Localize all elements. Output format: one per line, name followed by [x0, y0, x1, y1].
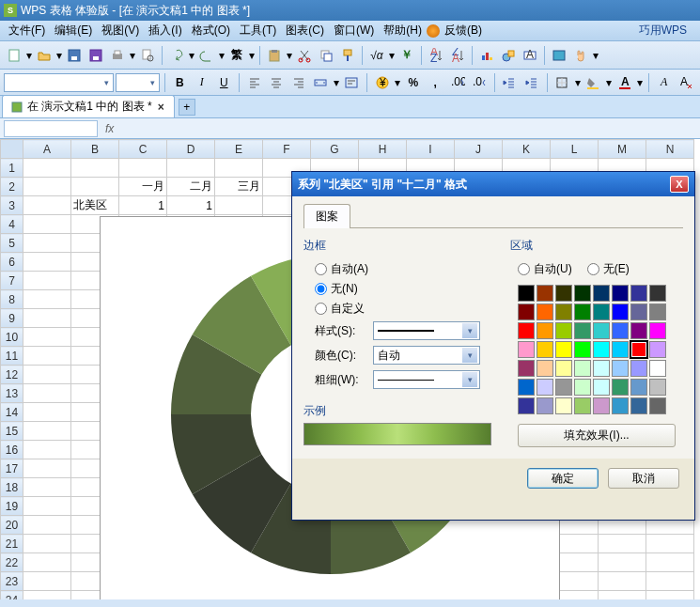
redo-button[interactable]: [196, 45, 217, 66]
row-header[interactable]: 21: [1, 535, 23, 553]
border-auto-radio[interactable]: [315, 263, 327, 275]
cell[interactable]: [599, 535, 646, 553]
cell[interactable]: [23, 159, 71, 178]
currency-button[interactable]: ￥: [397, 45, 417, 66]
row-header[interactable]: 3: [1, 196, 23, 215]
cell[interactable]: [23, 196, 71, 215]
color-swatch[interactable]: [537, 341, 553, 358]
drawing-button[interactable]: [498, 45, 519, 66]
cell[interactable]: [167, 159, 215, 178]
color-swatch[interactable]: [593, 285, 610, 302]
color-swatch[interactable]: [630, 304, 647, 320]
color-swatch[interactable]: [555, 285, 572, 302]
sort-desc-button[interactable]: ZA: [447, 45, 468, 66]
color-swatch[interactable]: [537, 285, 553, 302]
color-swatch[interactable]: [612, 304, 629, 320]
row-header[interactable]: 23: [1, 572, 23, 591]
align-right-button[interactable]: [288, 72, 308, 93]
cell[interactable]: [23, 535, 71, 553]
increase-indent-button[interactable]: [521, 72, 541, 93]
wrap-text-button[interactable]: [341, 72, 361, 93]
open-button[interactable]: [34, 45, 54, 66]
decrease-indent-button[interactable]: [500, 72, 520, 93]
ok-button[interactable]: 确定: [527, 468, 599, 489]
menu-format[interactable]: 格式(O): [187, 21, 235, 40]
area-auto-radio[interactable]: [518, 263, 530, 275]
dropdown-icon[interactable]: ▾: [605, 76, 613, 89]
cell[interactable]: [599, 591, 646, 600]
color-swatch[interactable]: [574, 341, 591, 358]
cell[interactable]: [71, 178, 119, 196]
row-header[interactable]: 18: [1, 478, 23, 497]
color-swatch[interactable]: [574, 285, 591, 302]
cancel-button[interactable]: 取消: [608, 468, 679, 489]
color-swatch[interactable]: [537, 397, 553, 414]
color-swatch[interactable]: [555, 397, 572, 414]
color-swatch[interactable]: [518, 379, 535, 396]
color-swatch[interactable]: [555, 304, 572, 320]
color-swatch[interactable]: [649, 397, 666, 414]
increase-decimal-button[interactable]: .00: [447, 72, 467, 93]
cell[interactable]: [646, 553, 694, 572]
cell[interactable]: [23, 441, 71, 459]
cell[interactable]: 北美区: [71, 196, 119, 215]
cut-button[interactable]: [294, 45, 315, 66]
row-header[interactable]: 12: [1, 366, 23, 384]
row-header[interactable]: 17: [1, 459, 23, 478]
cell[interactable]: [23, 384, 71, 403]
color-swatch[interactable]: [537, 379, 553, 396]
color-swatch[interactable]: [574, 304, 591, 320]
cell[interactable]: [23, 478, 71, 497]
new-doc-button[interactable]: [4, 45, 24, 66]
font-size-select[interactable]: ▾: [116, 73, 160, 92]
comma-button[interactable]: ,: [425, 72, 444, 93]
color-swatch[interactable]: [612, 322, 629, 339]
tab-pattern[interactable]: 图案: [303, 204, 350, 228]
color-swatch[interactable]: [630, 341, 647, 358]
menu-edit[interactable]: 编辑(E): [50, 21, 97, 40]
color-select[interactable]: 自动▾: [373, 346, 480, 365]
color-swatch[interactable]: [612, 285, 629, 302]
menu-chart[interactable]: 图表(C): [281, 21, 329, 40]
color-swatch[interactable]: [555, 322, 572, 339]
currency-format-button[interactable]: ¥: [372, 72, 392, 93]
row-header[interactable]: 24: [1, 591, 23, 600]
cell[interactable]: [646, 591, 694, 600]
color-swatch[interactable]: [649, 379, 666, 396]
color-swatch[interactable]: [593, 397, 610, 414]
color-swatch[interactable]: [649, 322, 666, 339]
traditional-button[interactable]: 繁: [226, 45, 247, 66]
color-swatch[interactable]: [649, 341, 666, 358]
copy-button[interactable]: [316, 45, 336, 66]
font-color-button[interactable]: A: [614, 72, 634, 93]
color-swatch[interactable]: [649, 285, 666, 302]
cell[interactable]: [23, 516, 71, 535]
bold-button[interactable]: B: [170, 72, 190, 93]
dropdown-icon[interactable]: ▾: [218, 49, 226, 62]
cell[interactable]: [23, 403, 71, 422]
cell[interactable]: [646, 535, 694, 553]
row-header[interactable]: 5: [1, 234, 23, 253]
textbox-button[interactable]: A: [520, 45, 540, 66]
cell[interactable]: [23, 347, 71, 366]
hand-button[interactable]: [570, 45, 591, 66]
cell[interactable]: [23, 215, 71, 234]
col-header[interactable]: H: [359, 140, 407, 159]
merge-cells-button[interactable]: [310, 72, 330, 93]
color-swatch[interactable]: [537, 322, 553, 339]
cell[interactable]: [23, 178, 71, 196]
color-swatch[interactable]: [612, 341, 629, 358]
paste-button[interactable]: [264, 45, 285, 66]
dropdown-icon[interactable]: ▾: [592, 49, 599, 62]
color-swatch[interactable]: [593, 304, 610, 320]
color-swatch[interactable]: [518, 341, 535, 358]
percent-button[interactable]: %: [403, 72, 423, 93]
fill-color-button[interactable]: [583, 72, 603, 93]
underline-button[interactable]: U: [214, 72, 234, 93]
new-tab-button[interactable]: +: [179, 99, 195, 116]
print-preview-button[interactable]: [137, 45, 158, 66]
color-swatch[interactable]: [649, 304, 666, 320]
color-swatch[interactable]: [612, 397, 629, 414]
clear-format-button[interactable]: A: [676, 72, 695, 93]
color-swatch[interactable]: [630, 360, 647, 377]
